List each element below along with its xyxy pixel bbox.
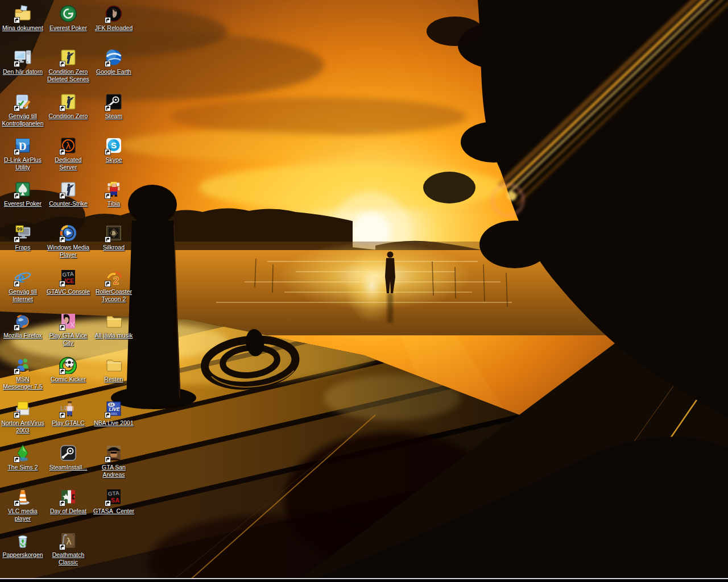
gta-sa-face-icon (105, 444, 123, 462)
desktop-icon-den-här-datorn[interactable]: Den här datorn (0, 48, 46, 76)
desktop-icon-windows-media-player[interactable]: Windows Media Player (46, 224, 91, 259)
gta-lc-icon: LC (59, 400, 77, 418)
half-life-lambda-icon: λ (59, 136, 77, 155)
desktop-icon-label: Genväg till Kontrollpanelen (0, 113, 46, 127)
desktop-icon-jfk-reloaded[interactable]: JFK Reloaded (91, 5, 136, 32)
desktop-icon-label: JFK Reloaded (91, 24, 136, 32)
desktop-icon-label: Comic Kicker (46, 376, 91, 383)
desktop-icon-label: Google Earth (91, 68, 136, 76)
desktop-icon-tibia[interactable]: Tibia (91, 180, 136, 207)
svg-text:2: 2 (113, 275, 119, 286)
desktop-icon-label: Papperskorgen (0, 551, 46, 559)
desktop-icon-label: GTASA_Center (91, 508, 136, 515)
silkroad-icon (105, 224, 123, 242)
day-of-defeat-icon (59, 488, 77, 506)
desktop-icon-label: NBA Live 2001 (91, 419, 136, 427)
desktop-icon-nba-live-2001[interactable]: EALIVE2001NBA Live 2001 (91, 400, 136, 427)
svg-text:GTA: GTA (62, 271, 74, 278)
google-earth-icon (105, 48, 123, 66)
desktop-icon-dedicated-server[interactable]: λDedicated Server (46, 136, 91, 171)
desktop-icon-resten[interactable]: Resten (91, 356, 136, 383)
skype-icon: S (105, 136, 123, 155)
hidden-taskbar-edge[interactable] (0, 578, 728, 582)
desktop-icon-label: Condition Zero (46, 113, 91, 120)
desktop-icon-label: Fraps (0, 244, 46, 251)
desktop-icon-steam[interactable]: Steam (91, 93, 136, 120)
desktop-icon-day-of-defeat[interactable]: Day of Defeat (46, 488, 91, 515)
condition-zero-icon (59, 48, 77, 66)
desktop-icon-label: Day of Defeat (46, 508, 91, 515)
desktop-icon-play-gtalc[interactable]: LCPlay GTALC (46, 400, 91, 427)
jfk-reloaded-icon (105, 5, 123, 23)
tibia-icon (105, 180, 123, 198)
desktop-icon-genväg-till-internet[interactable]: eGenväg till Internet (0, 268, 46, 303)
steam-install-icon (59, 444, 77, 462)
desktop-icon-d-link-airplus-utility[interactable]: DD-Link AirPlus Utility (0, 136, 46, 171)
desktop-icon-label: Mozilla Firefox (0, 332, 46, 339)
desktop-icon-label: Play GTA Vice City (46, 332, 91, 347)
rct2-icon: 2 (105, 268, 123, 286)
desktop-icon-vlc-media-player[interactable]: VLC media player (0, 488, 46, 522)
msn-messenger-icon (14, 356, 32, 374)
desktop-icon-label: Deathmatch Classic (46, 551, 91, 566)
desktop-icon-label: RollerCoaster Tycoon 2 (91, 288, 136, 303)
comic-kicker-icon (59, 356, 77, 374)
my-computer-icon (14, 48, 32, 66)
steam-icon (105, 93, 123, 111)
desktop-icon-everest-poker[interactable]: Everest Poker (46, 5, 91, 32)
internet-explorer-icon: e (14, 268, 32, 286)
desktop-icon-condition-zero-deleted-scenes[interactable]: Condition Zero Deleted Scenes (46, 48, 91, 83)
desktop-icon-label: GTA San Andreas (91, 464, 136, 479)
desktop-icon-label: Norton AntiVirus 2003 (0, 419, 46, 434)
svg-text:2001: 2001 (110, 412, 117, 415)
gta-sa-center-icon: GTASA (105, 488, 123, 506)
documents-folder-icon (14, 5, 32, 23)
svg-text:λ: λ (66, 141, 71, 151)
recycle-bin-icon (14, 531, 32, 550)
desktop-icon-all-jävla-musik[interactable]: All jävla musik (91, 312, 136, 339)
fraps-icon: 99 (14, 224, 32, 242)
desktop-icon-play-gta-vice-city[interactable]: Play GTA Vice City (46, 312, 91, 347)
desktop-icon-steaminstall[interactable]: SteamInstall... (46, 444, 91, 471)
desktop-icon-genväg-till-kontrollpanelen[interactable]: Genväg till Kontrollpanelen (0, 93, 46, 127)
folder-icon (105, 356, 123, 374)
desktop-icon-label: Play GTALC (46, 419, 91, 427)
desktop-icon-fraps[interactable]: 99Fraps (0, 224, 46, 251)
desktop-icon-everest-poker[interactable]: Everest Poker (0, 180, 46, 207)
taskbar-bar (0, 579, 728, 582)
desktop-icon-label: All jävla musik (91, 332, 136, 339)
dlink-airplus-icon: D (14, 136, 32, 155)
desktop-icon-the-sims-2[interactable]: The Sims 2 (0, 444, 46, 471)
desktop-icon-google-earth[interactable]: Google Earth (91, 48, 136, 76)
desktop-icon-papperskorgen[interactable]: Papperskorgen (0, 531, 46, 559)
vlc-icon (14, 488, 32, 506)
desktop-icon-label: MSN Messenger 7.5 (0, 376, 46, 390)
desktop-icon-label: Everest Poker (0, 200, 46, 207)
desktop-icon-gtavc-console[interactable]: GTAICEGTAVC Console (46, 268, 91, 296)
desktop-icon-label: Den här datorn (0, 68, 46, 76)
desktop-icon-mozilla-firefox[interactable]: Mozilla Firefox (0, 312, 46, 339)
desktop-icon-rollercoaster-tycoon-2[interactable]: 2RollerCoaster Tycoon 2 (91, 268, 136, 303)
desktop-icon-label: Dedicated Server (46, 156, 91, 171)
desktop-icon-comic-kicker[interactable]: Comic Kicker (46, 356, 91, 383)
gta-vice-city-icon (59, 312, 77, 330)
desktop-icon-mina-dokument[interactable]: Mina dokument (0, 5, 46, 32)
desktop-icon-label: Skype (91, 156, 136, 164)
desktop-icon-deathmatch-classic[interactable]: λDeathmatch Classic (46, 531, 91, 566)
desktop-icon-label: Everest Poker (46, 24, 91, 32)
svg-text:GTA: GTA (107, 490, 119, 497)
desktop-icon-label: Resten (91, 376, 136, 383)
desktop-icon-label: The Sims 2 (0, 464, 46, 471)
desktop-icon-norton-antivirus-2003[interactable]: Norton AntiVirus 2003 (0, 400, 46, 434)
gta-vc-console-icon: GTAICE (59, 268, 77, 286)
desktop-icon-skype[interactable]: SSkype (91, 136, 136, 164)
desktop-icon-counter-strike[interactable]: Counter-Strike (46, 180, 91, 207)
desktop-icon-label: Silkroad (91, 244, 136, 251)
desktop-icon-label: Steam (91, 113, 136, 120)
desktop-icon-msn-messenger-7-5[interactable]: MSN Messenger 7.5 (0, 356, 46, 390)
desktop-icon-silkroad[interactable]: Silkroad (91, 224, 136, 251)
desktop-icon-gta-san-andreas[interactable]: GTA San Andreas (91, 444, 136, 479)
desktop-icon-gtasa-center[interactable]: GTASAGTASA_Center (91, 488, 136, 515)
desktop-icon-condition-zero[interactable]: Condition Zero (46, 93, 91, 120)
svg-text:SA: SA (111, 497, 119, 504)
